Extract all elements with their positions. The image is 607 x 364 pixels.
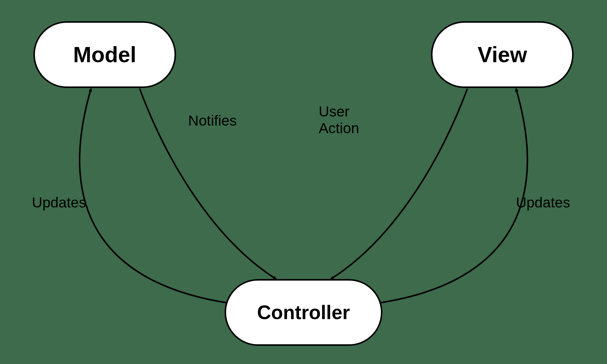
mvc-diagram: Model View Controller Notifies User Acti… [0, 0, 607, 364]
node-controller: Controller [225, 279, 382, 346]
edge-label-user-action-line2: Action [319, 120, 359, 136]
edge-label-notifies-text: Notifies [188, 113, 237, 129]
edge-label-updates-right-text: Updates [516, 194, 570, 211]
node-view-label: View [478, 42, 527, 67]
edge-label-user-action: User Action [319, 103, 379, 136]
node-controller-label: Controller [257, 301, 350, 324]
edge-label-updates-left-text: Updates [32, 194, 86, 211]
node-model: Model [33, 21, 176, 88]
edge-label-updates-right: Updates [516, 194, 570, 211]
edge-label-notifies: Notifies [188, 112, 237, 129]
arrow-controller-to-view [376, 89, 527, 303]
edge-label-updates-left: Updates [32, 194, 86, 211]
edge-label-user-action-line1: User [319, 103, 349, 120]
node-model-label: Model [73, 42, 136, 67]
node-view: View [431, 21, 574, 88]
